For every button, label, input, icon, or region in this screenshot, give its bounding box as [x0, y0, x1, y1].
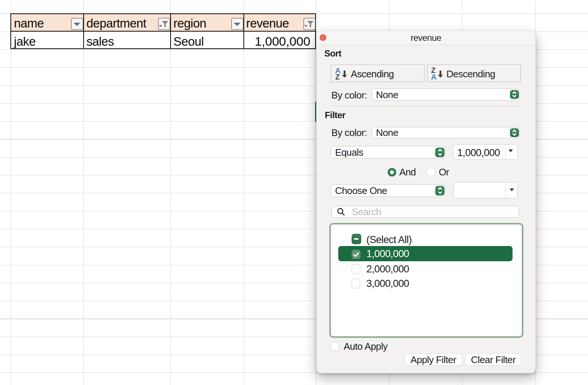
svg-text:A: A [431, 72, 437, 81]
svg-text:Z: Z [335, 73, 340, 81]
